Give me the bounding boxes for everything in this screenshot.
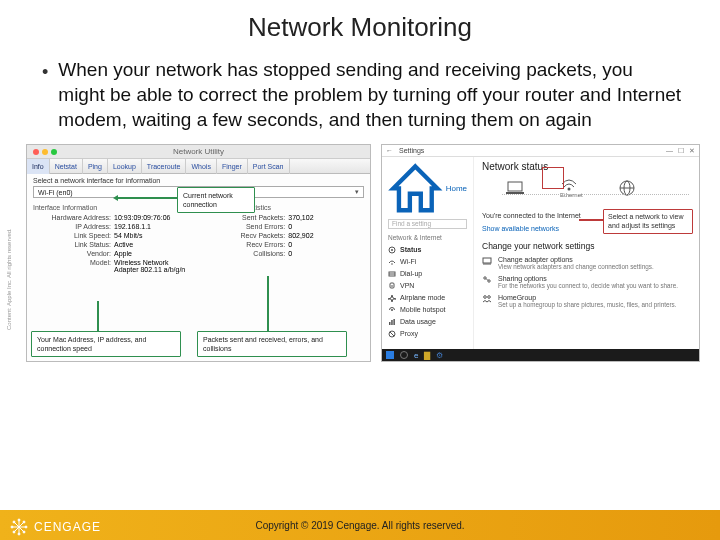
win-network-diagram: Ethernet bbox=[506, 178, 691, 198]
svg-point-36 bbox=[23, 521, 25, 523]
windows-settings-window: ← Settings — ☐ ✕ Home Find a setting Net… bbox=[381, 144, 700, 362]
win-sidebar-item-wifi[interactable]: Wi-Fi bbox=[388, 256, 467, 268]
svg-point-24 bbox=[484, 296, 487, 299]
bullet-text: When your network has stopped sending an… bbox=[58, 57, 682, 132]
win-sidebar-item-vpn[interactable]: VPN bbox=[388, 280, 467, 292]
svg-point-15 bbox=[568, 188, 571, 191]
mac-info-row: Link Speed:54 Mbit/s bbox=[33, 232, 185, 239]
adapter-icon bbox=[482, 256, 492, 266]
footer-copyright: Copyright © 2019 Cengage. All rights res… bbox=[255, 520, 464, 531]
callout-arrow-3 bbox=[267, 276, 269, 331]
mac-info-row: IP Address:192.168.1.1 bbox=[33, 223, 185, 230]
settings-icon[interactable]: ⚙ bbox=[436, 351, 443, 360]
win-sidebar-label: Data usage bbox=[400, 318, 436, 325]
win-show-networks-link[interactable]: Show available networks bbox=[482, 225, 559, 232]
folder-icon[interactable]: ▇ bbox=[424, 351, 430, 360]
back-arrow-icon[interactable]: ← bbox=[386, 147, 393, 154]
mac-val: 192.168.1.1 bbox=[114, 223, 151, 230]
win-maximize-icon[interactable]: ☐ bbox=[678, 147, 684, 155]
mac-tab-info[interactable]: Info bbox=[27, 159, 50, 174]
win-option-title: HomeGroup bbox=[498, 294, 677, 301]
win-home-label: Home bbox=[446, 184, 467, 193]
edge-icon[interactable]: e bbox=[414, 351, 418, 360]
win-option-adapter[interactable]: Change adapter optionsView network adapt… bbox=[482, 256, 691, 270]
win-taskbar: e ▇ ⚙ bbox=[382, 349, 699, 361]
callout-mac-address: Your Mac Address, IP address, and connec… bbox=[31, 331, 181, 357]
cengage-asterisk-icon bbox=[10, 518, 28, 536]
win-app-title: Settings bbox=[399, 147, 424, 154]
bullet-marker: • bbox=[42, 57, 48, 132]
win-sidebar-item-hotspot[interactable]: Mobile hotspot bbox=[388, 304, 467, 316]
svg-point-7 bbox=[391, 309, 393, 311]
mac-stat-row: Recv Packets:802,902 bbox=[215, 232, 364, 239]
mac-tab-whois[interactable]: Whois bbox=[186, 159, 216, 174]
win-sidebar: Home Find a setting Network & Internet S… bbox=[382, 157, 474, 349]
mac-key: Sent Packets: bbox=[215, 214, 285, 221]
mac-close-dot[interactable] bbox=[33, 149, 39, 155]
data-icon bbox=[388, 318, 396, 326]
win-change-heading: Change your network settings bbox=[482, 241, 691, 251]
status-icon bbox=[388, 246, 396, 254]
vpn-icon bbox=[388, 282, 396, 290]
win-search-input[interactable]: Find a setting bbox=[388, 219, 467, 229]
mac-key: Link Status: bbox=[33, 241, 111, 248]
mac-select-label: Select a network interface for informati… bbox=[27, 174, 370, 184]
win-home-link[interactable]: Home bbox=[388, 161, 467, 216]
win-sidebar-item-proxy[interactable]: Proxy bbox=[388, 328, 467, 340]
win-main-area: Network status Ethernet You're connected… bbox=[474, 157, 699, 349]
cortana-icon[interactable] bbox=[400, 351, 408, 359]
win-close-icon[interactable]: ✕ bbox=[689, 147, 695, 155]
mac-key: Hardware Address: bbox=[33, 214, 111, 221]
win-sidebar-item-status[interactable]: Status bbox=[388, 244, 467, 256]
svg-point-31 bbox=[18, 533, 20, 535]
mac-val: 0 bbox=[288, 223, 292, 230]
win-option-sharing[interactable]: Sharing optionsFor the networks you conn… bbox=[482, 275, 691, 289]
win-main-heading: Network status bbox=[482, 161, 691, 172]
mac-tabs: Info Netstat Ping Lookup Traceroute Whoi… bbox=[27, 159, 370, 174]
highlight-ethernet-icon bbox=[542, 167, 564, 189]
win-minimize-icon[interactable]: — bbox=[666, 147, 673, 155]
svg-line-12 bbox=[390, 332, 394, 336]
mac-key: Recv Packets: bbox=[215, 232, 285, 239]
mac-tab-lookup[interactable]: Lookup bbox=[108, 159, 142, 174]
win-sidebar-label: VPN bbox=[400, 282, 414, 289]
proxy-icon bbox=[388, 330, 396, 338]
mac-val: 802,902 bbox=[288, 232, 313, 239]
mac-tab-portscan[interactable]: Port Scan bbox=[248, 159, 290, 174]
mac-val: 10:93:09:09:76:06 bbox=[114, 214, 170, 221]
mac-tab-ping[interactable]: Ping bbox=[83, 159, 108, 174]
mac-tab-finger[interactable]: Finger bbox=[217, 159, 248, 174]
win-option-desc: Set up a homegroup to share pictures, mu… bbox=[498, 301, 677, 308]
mac-window-title: Network Utility bbox=[57, 147, 340, 156]
win-sidebar-item-airplane[interactable]: Airplane mode bbox=[388, 292, 467, 304]
svg-point-33 bbox=[25, 526, 27, 528]
arrow-head-icon bbox=[113, 195, 118, 201]
homegroup-icon bbox=[482, 294, 492, 304]
callout-arrow bbox=[117, 197, 177, 199]
sharing-icon bbox=[482, 275, 492, 285]
win-option-title: Sharing options bbox=[498, 275, 678, 282]
chevron-down-icon: ▾ bbox=[355, 188, 359, 196]
mac-key: Collisions: bbox=[215, 250, 285, 257]
win-option-title: Change adapter options bbox=[498, 256, 654, 263]
image-credit: Content: Apple Inc. All rights reserved. bbox=[6, 228, 12, 330]
windows-start-icon[interactable] bbox=[386, 351, 394, 359]
mac-val: Apple bbox=[114, 250, 132, 257]
mac-stat-row: Sent Packets:370,102 bbox=[215, 214, 364, 221]
mac-info-row: Vendor:Apple bbox=[33, 250, 185, 257]
dotted-line bbox=[502, 194, 689, 195]
bullet-row: • When your network has stopped sending … bbox=[0, 57, 720, 132]
svg-point-2 bbox=[391, 263, 393, 265]
hotspot-icon bbox=[388, 306, 396, 314]
win-sidebar-item-data[interactable]: Data usage bbox=[388, 316, 467, 328]
mac-tab-netstat[interactable]: Netstat bbox=[50, 159, 83, 174]
mac-minimize-dot[interactable] bbox=[42, 149, 48, 155]
win-sidebar-label: Airplane mode bbox=[400, 294, 445, 301]
mac-tab-traceroute[interactable]: Traceroute bbox=[142, 159, 187, 174]
win-option-homegroup[interactable]: HomeGroupSet up a homegroup to share pic… bbox=[482, 294, 691, 308]
win-sidebar-item-dialup[interactable]: Dial-up bbox=[388, 268, 467, 280]
svg-point-32 bbox=[11, 526, 13, 528]
mac-val: 0 bbox=[288, 241, 292, 248]
mac-val: 370,102 bbox=[288, 214, 313, 221]
svg-point-25 bbox=[488, 296, 491, 299]
